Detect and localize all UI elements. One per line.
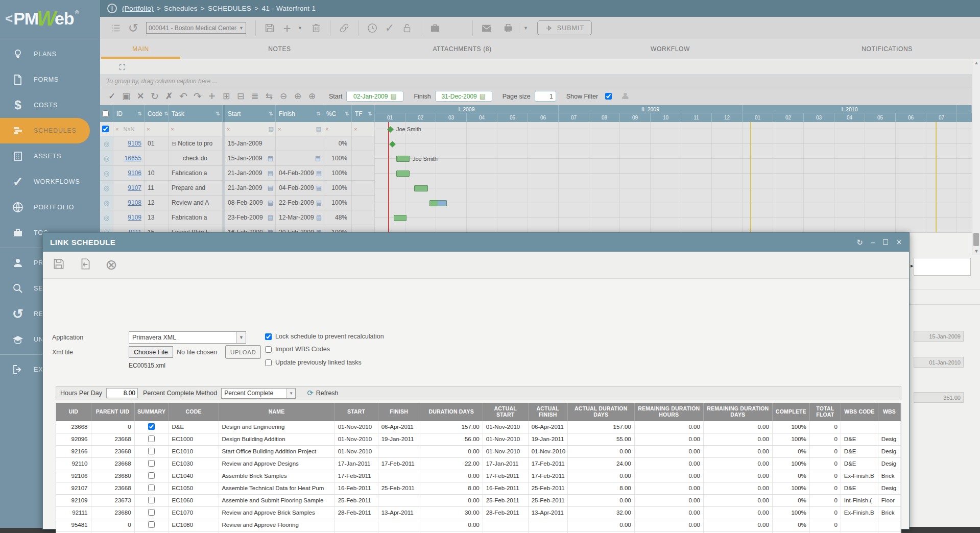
dialog-checkbox[interactable] [265,359,272,366]
add-icon[interactable]: + [278,21,296,35]
undo-icon[interactable]: ↶ [177,90,190,102]
start-date-field[interactable]: 02-Jan-2009 ▤ [346,91,403,102]
calendar-icon[interactable]: ▤ [268,199,273,206]
sidebar-item-portfolio[interactable]: PORTFOLIO [0,195,100,220]
table-row[interactable]: 9210623680EC1040Assemble Brick Samples17… [56,470,901,482]
gantt-task-row[interactable]: ◎910913Fabrication a23-Feb-2009▤12-Mar-2… [100,210,375,225]
dialog-cancel-icon[interactable]: ⊗ [105,258,117,272]
clock-icon[interactable] [364,22,381,34]
table-column-header[interactable]: ACTUAL START [483,403,528,421]
accept-icon[interactable]: ✓ [105,91,118,102]
row-selector-cell[interactable]: ◎ [100,166,113,180]
play-icon[interactable]: ▸ [911,262,914,269]
table-row[interactable]: 954810EC1080Review and Approve Flooring0… [56,519,901,531]
calendar-icon[interactable]: ▤ [316,199,322,206]
sort-icon[interactable]: ⇅ [138,111,142,116]
tab-notes[interactable]: NOTES [181,39,378,59]
cancel-icon[interactable]: ✕ [134,91,147,102]
filter-cell[interactable]: × [145,122,169,136]
table-row[interactable]: 9216623668EC1010Start Office Building Ad… [56,445,901,457]
clear-filter-icon[interactable]: × [171,126,174,132]
table-column-header[interactable]: PARENT UID [91,403,134,421]
refresh-icon[interactable]: ↻ [148,90,161,102]
summary-checkbox[interactable] [148,497,155,503]
save-row-icon[interactable]: ▣ [119,91,133,102]
expand-icon[interactable] [118,63,126,71]
summary-checkbox[interactable] [148,423,155,430]
upload-button[interactable]: UPLOAD [225,345,261,359]
filter-cell[interactable]: × [323,122,352,136]
gantt-task-row[interactable]: ◎910711Prepare and21-Jan-2009▤04-Feb-200… [100,181,375,196]
outline-icon[interactable]: ≣ [248,91,261,102]
clear-filter-icon[interactable]: × [147,126,150,132]
row-selector-cell[interactable]: ◎ [100,136,113,151]
filter-cell[interactable]: ×NaN [113,122,145,136]
summary-cell[interactable] [134,421,169,433]
zoom-in-icon[interactable]: ⊕ [291,91,304,102]
filter-cell[interactable]: × [352,122,375,136]
group-by-bar[interactable]: To group by, drag column caption here ..… [100,75,972,87]
dialog-save-icon[interactable] [52,257,65,273]
table-column-header[interactable]: ACTUAL DURATION DAYS [567,403,634,421]
sort-icon[interactable]: ⇅ [164,111,169,116]
sidebar-item-forms[interactable]: FORMS [0,67,100,92]
dialog-title-bar[interactable]: LINK SCHEDULE ↻ – ✕ [43,233,909,252]
filter-checkbox[interactable] [102,126,109,132]
gantt-column-header[interactable]: Task⇅ [169,105,223,122]
summary-cell[interactable] [134,494,169,506]
clear-filter-icon[interactable]: × [354,126,357,132]
clear-filter-icon[interactable]: × [325,126,328,132]
sort-icon[interactable]: ⇅ [269,111,273,116]
table-column-header[interactable]: CODE [169,403,219,421]
summary-cell[interactable] [134,482,169,494]
summary-checkbox[interactable] [148,521,155,528]
sort-icon[interactable]: ⇅ [345,111,349,116]
task-bar[interactable] [429,200,447,206]
task-id-link[interactable]: 9108 [128,199,141,206]
sort-icon[interactable]: ⇅ [317,111,321,116]
calendar-icon[interactable]: ▤ [269,126,274,132]
sidebar-item-costs[interactable]: $COSTS [0,92,100,118]
table-column-header[interactable]: ACTUAL FINISH [528,403,567,421]
table-column-header[interactable]: REMAINING DURATION HOURS [634,403,703,421]
table-row[interactable]: 9211323673EC1080Review and Approve Floor… [56,531,901,533]
filter-cell[interactable]: ×▤ [225,122,276,136]
breadcrumb-part[interactable]: (Portfolio) [122,5,154,12]
history-icon[interactable]: ↺ [125,22,142,34]
table-row[interactable]: 9211023668EC1030Review and Approve Desig… [56,457,901,470]
table-row[interactable]: 236680D&EDesign and Engineering01-Nov-20… [56,421,901,433]
tab-attachments-8-[interactable]: ATTACHMENTS (8) [378,39,546,59]
sidebar-item-workflows[interactable]: ✓WORKFLOWS [0,169,100,195]
hours-per-day-input[interactable] [106,388,138,398]
show-filter-checkbox[interactable] [605,93,612,100]
gantt-task-row[interactable]: ◎16655check do15-Jan-2009▤▤100% [100,151,375,166]
sidebar-item-assets[interactable]: ASSETS [0,143,100,169]
table-column-header[interactable]: UID [56,403,91,421]
task-bar[interactable] [414,185,428,191]
summary-checkbox[interactable] [148,448,155,454]
info-icon[interactable]: i [107,4,117,13]
gantt-task-row[interactable]: ◎910610Fabrication a21-Jan-2009▤04-Feb-2… [100,166,375,181]
table-column-header[interactable]: WBS CODE [841,403,878,421]
dialog-close-icon[interactable]: ✕ [896,238,902,246]
summary-checkbox[interactable] [148,460,155,467]
breadcrumb[interactable]: (Portfolio)>Schedules>SCHEDULES>41 - Wat… [122,5,316,12]
table-column-header[interactable]: NAME [219,403,334,421]
row-selector-cell[interactable]: ◎ [100,151,113,165]
task-id-link[interactable]: 9107 [128,184,141,191]
dialog-checkbox[interactable] [265,333,272,340]
calendar-icon[interactable]: ▤ [316,169,322,177]
unlock-icon[interactable] [398,22,416,34]
calendar-icon[interactable]: ▤ [268,184,273,191]
tab-notifications[interactable]: NOTIFICATIONS [794,39,980,59]
row-selector-cell[interactable]: ◎ [100,225,113,232]
summary-cell[interactable] [134,457,169,470]
task-bar[interactable] [396,171,410,177]
calendar-icon[interactable]: ▤ [316,229,322,232]
sort-icon[interactable]: ⇅ [368,111,372,116]
add-dropdown-icon[interactable]: ▼ [298,26,302,31]
save-icon[interactable] [261,22,278,34]
expand-all-icon[interactable]: ⊞ [220,91,233,102]
briefcase-icon[interactable] [426,22,444,34]
summary-cell[interactable] [134,470,169,482]
